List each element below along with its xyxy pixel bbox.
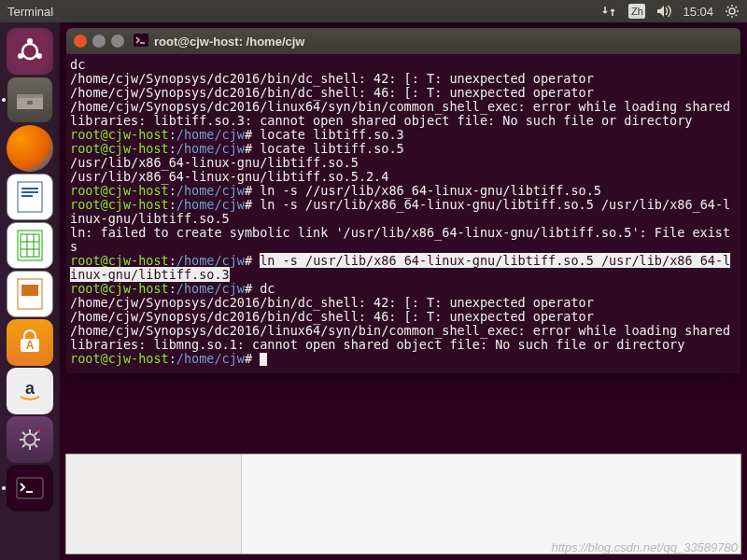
menubar-app-label: Terminal (7, 5, 53, 19)
term-line: dc (70, 57, 85, 72)
svg-rect-12 (18, 231, 42, 260)
sound-indicator-icon[interactable] (656, 5, 673, 18)
svg-point-2 (27, 38, 33, 44)
libreoffice-impress-icon[interactable] (7, 271, 53, 317)
term-line: /home/cjw/Synopsys/dc2016/bin/dc_shell: … (70, 85, 594, 100)
svg-rect-24 (17, 478, 43, 498)
svg-text:a: a (25, 379, 35, 398)
file-manager-window[interactable] (65, 454, 741, 554)
svg-point-1 (22, 44, 37, 59)
term-cmd: locate libtiff.so.5 (260, 141, 403, 156)
unity-launcher: A a (0, 22, 60, 560)
svg-point-3 (36, 53, 42, 59)
files-icon[interactable] (7, 77, 53, 123)
prompt-path: /home/cjw (176, 127, 245, 142)
svg-rect-7 (27, 101, 33, 105)
prompt-user: root@cjw-host (70, 127, 169, 142)
terminal-title-text: root@cjw-host: /home/cjw (154, 35, 304, 49)
watermark-text: https://blog.csdn.net/qq_33589780 (552, 540, 739, 554)
file-manager-sidebar (66, 455, 242, 553)
clock[interactable]: 15:04 (683, 5, 713, 19)
svg-rect-10 (21, 191, 38, 193)
svg-rect-9 (21, 188, 38, 189)
term-line: /usr/lib/x86_64-linux-gnu/libtiff.so.5.2… (70, 169, 388, 184)
svg-rect-19 (21, 285, 38, 296)
window-maximize-button[interactable] (111, 35, 124, 48)
libreoffice-calc-icon[interactable] (7, 222, 53, 269)
svg-point-4 (18, 53, 23, 59)
svg-point-0 (729, 8, 735, 14)
term-line: /home/cjw/Synopsys/dc2016/bin/dc_shell: … (70, 309, 594, 324)
amazon-icon[interactable]: a (7, 368, 53, 414)
term-line: /home/cjw/Synopsys/dc2016/bin/dc_shell: … (70, 71, 594, 86)
terminal-launcher-icon[interactable] (7, 465, 53, 511)
term-cmd: ln -s //usr/lib/x86_64-linux-gnu/libtiff… (260, 183, 601, 198)
term-cmd: dc (260, 281, 275, 296)
svg-point-23 (24, 434, 35, 445)
terminal-titlebar[interactable]: root@cjw-host: /home/cjw (66, 28, 740, 54)
svg-rect-5 (17, 94, 43, 98)
terminal-cursor (260, 353, 267, 366)
term-line: ln: failed to create symbolic link '/usr… (70, 225, 730, 254)
svg-rect-11 (21, 195, 33, 197)
system-settings-icon[interactable] (7, 416, 53, 463)
terminal-output[interactable]: dc /home/cjw/Synopsys/dc2016/bin/dc_shel… (66, 54, 740, 373)
svg-text:A: A (26, 339, 35, 352)
window-close-button[interactable] (74, 35, 87, 48)
term-cmd: locate libtiff.so.3 (260, 127, 403, 142)
term-line: /home/cjw/Synopsys/dc2016/linux64/syn/bi… (70, 323, 738, 352)
svg-rect-26 (134, 34, 148, 47)
ime-indicator[interactable]: Zh (628, 4, 645, 19)
dash-icon[interactable] (7, 28, 53, 75)
system-gear-icon[interactable] (725, 4, 740, 19)
top-menubar: Terminal Zh 15:04 (0, 0, 747, 22)
terminal-titlebar-icon (134, 34, 148, 49)
libreoffice-writer-icon[interactable] (7, 174, 53, 220)
firefox-icon[interactable] (7, 125, 53, 172)
term-line: /home/cjw/Synopsys/dc2016/linux64/syn/bi… (70, 99, 738, 128)
term-line: /usr/lib/x86_64-linux-gnu/libtiff.so.5 (70, 155, 359, 170)
term-line: /home/cjw/Synopsys/dc2016/bin/dc_shell: … (70, 295, 594, 310)
network-indicator-icon[interactable] (602, 5, 617, 18)
ubuntu-software-icon[interactable]: A (7, 319, 53, 366)
terminal-window: root@cjw-host: /home/cjw dc /home/cjw/Sy… (65, 27, 741, 374)
ime-badge: Zh (628, 4, 645, 19)
window-minimize-button[interactable] (92, 35, 106, 48)
